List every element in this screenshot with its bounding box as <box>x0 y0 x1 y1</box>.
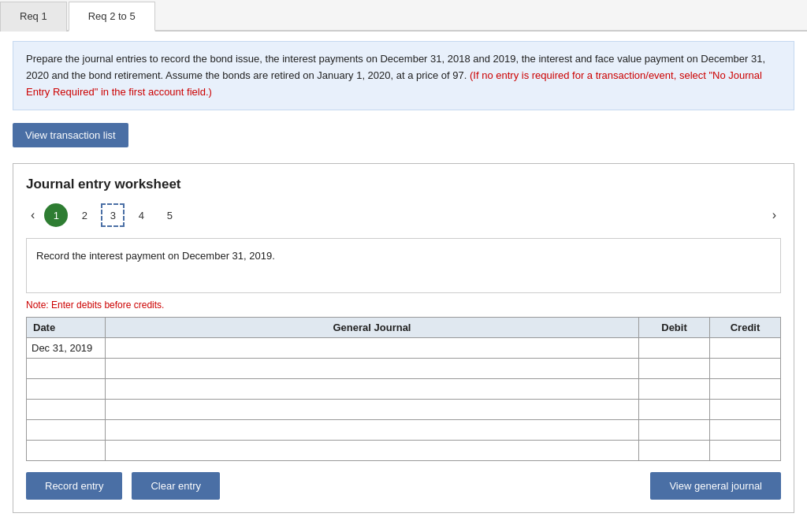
bottom-buttons: Record entry Clear entry View general jo… <box>26 472 781 500</box>
th-debit: Debit <box>639 318 710 338</box>
journal-input-6[interactable] <box>106 441 638 460</box>
debit-cell-1[interactable] <box>639 338 710 359</box>
tab-req2to5[interactable]: Req 2 to 5 <box>69 2 155 32</box>
tab-req1[interactable]: Req 1 <box>0 2 67 32</box>
view-transaction-button[interactable]: View transaction list <box>13 123 128 147</box>
journal-cell-1[interactable] <box>106 338 639 359</box>
th-journal: General Journal <box>106 318 639 338</box>
debit-input-1[interactable] <box>639 338 709 358</box>
date-cell-4 <box>27 400 106 420</box>
table-row <box>27 359 781 379</box>
journal-input-2[interactable] <box>106 359 638 378</box>
credit-cell-1[interactable] <box>710 338 781 359</box>
credit-input-3[interactable] <box>710 379 780 399</box>
table-row <box>27 400 781 420</box>
journal-cell-5[interactable] <box>106 420 639 441</box>
debit-input-6[interactable] <box>639 441 709 460</box>
journal-input-3[interactable] <box>106 379 638 399</box>
table-row <box>27 441 781 461</box>
journal-cell-2[interactable] <box>106 359 639 379</box>
clear-entry-button[interactable]: Clear entry <box>132 472 220 500</box>
page-3[interactable]: 3 <box>101 203 125 227</box>
tabs-container: Req 1 Req 2 to 5 <box>0 0 807 32</box>
journal-cell-3[interactable] <box>106 379 639 400</box>
debit-input-4[interactable] <box>639 400 709 419</box>
debit-cell-3[interactable] <box>639 379 710 400</box>
debit-cell-6[interactable] <box>639 441 710 461</box>
th-credit: Credit <box>710 318 781 338</box>
journal-cell-4[interactable] <box>106 400 639 420</box>
date-cell-3 <box>27 379 106 400</box>
worksheet-title: Journal entry worksheet <box>26 177 781 192</box>
credit-input-1[interactable] <box>710 338 780 358</box>
date-cell-6 <box>27 441 106 461</box>
page-4[interactable]: 4 <box>129 203 153 227</box>
credit-cell-2[interactable] <box>710 359 781 379</box>
worksheet-container: Journal entry worksheet ‹ 1 2 3 4 5 › Re… <box>13 163 794 513</box>
instruction-text: Record the interest payment on December … <box>36 250 275 262</box>
journal-cell-6[interactable] <box>106 441 639 461</box>
date-cell-2 <box>27 359 106 379</box>
credit-input-2[interactable] <box>710 359 780 378</box>
prev-page-arrow[interactable]: ‹ <box>26 206 39 224</box>
journal-table: Date General Journal Debit Credit Dec 31… <box>26 317 781 461</box>
journal-input-1[interactable] <box>106 338 638 358</box>
table-row <box>27 420 781 441</box>
debit-input-5[interactable] <box>639 420 709 440</box>
debit-cell-2[interactable] <box>639 359 710 379</box>
view-general-journal-button[interactable]: View general journal <box>650 472 781 500</box>
journal-input-4[interactable] <box>106 400 638 419</box>
date-cell-1: Dec 31, 2019 <box>27 338 106 359</box>
date-cell-5 <box>27 420 106 441</box>
instruction-box: Record the interest payment on December … <box>26 238 781 293</box>
debit-cell-4[interactable] <box>639 400 710 420</box>
pagination: ‹ 1 2 3 4 5 › <box>26 203 781 227</box>
credit-cell-3[interactable] <box>710 379 781 400</box>
journal-input-5[interactable] <box>106 420 638 440</box>
credit-cell-6[interactable] <box>710 441 781 461</box>
page-2[interactable]: 2 <box>73 203 96 227</box>
credit-cell-5[interactable] <box>710 420 781 441</box>
page-5[interactable]: 5 <box>158 203 181 227</box>
credit-input-5[interactable] <box>710 420 780 440</box>
note-text: Note: Enter debits before credits. <box>26 299 781 311</box>
credit-cell-4[interactable] <box>710 400 781 420</box>
table-row: Dec 31, 2019 <box>27 338 781 359</box>
th-date: Date <box>27 318 106 338</box>
info-box: Prepare the journal entries to record th… <box>13 41 794 110</box>
page-wrapper: Req 1 Req 2 to 5 Prepare the journal ent… <box>0 0 807 532</box>
debit-input-2[interactable] <box>639 359 709 378</box>
record-entry-button[interactable]: Record entry <box>26 472 122 500</box>
next-page-arrow[interactable]: › <box>768 206 781 224</box>
debit-cell-5[interactable] <box>639 420 710 441</box>
debit-input-3[interactable] <box>639 379 709 399</box>
table-row <box>27 379 781 400</box>
credit-input-6[interactable] <box>710 441 780 460</box>
page-1[interactable]: 1 <box>44 203 68 227</box>
credit-input-4[interactable] <box>710 400 780 419</box>
